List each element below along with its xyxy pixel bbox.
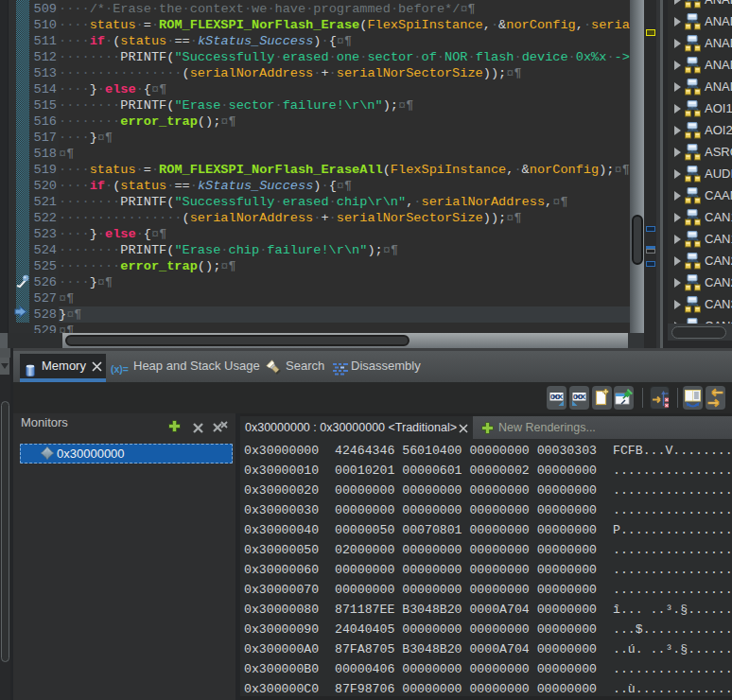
svg-text:0X0X: 0X0X — [550, 393, 564, 401]
svg-text:0X0X: 0X0X — [573, 393, 586, 401]
